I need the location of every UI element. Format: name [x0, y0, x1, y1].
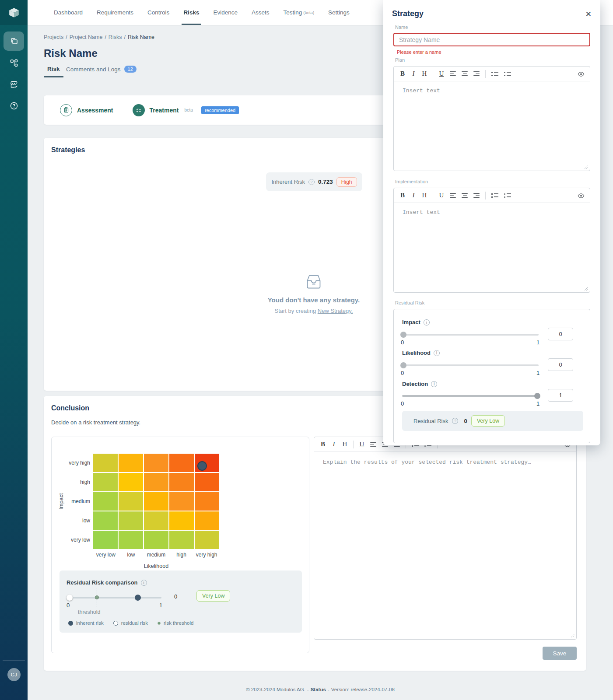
nav-dashboard[interactable]: Dashboard	[47, 0, 90, 25]
empty-subtitle-text: Start by creating	[275, 308, 318, 314]
footer-separator: -	[307, 687, 309, 692]
plan-field-label: Plan	[395, 57, 405, 63]
tab-risk[interactable]: Risk	[47, 66, 60, 77]
toolbar-separator	[485, 192, 486, 200]
threshold-dot	[95, 595, 99, 599]
implementation-editor[interactable]: BIHU Insert text	[393, 188, 590, 293]
align-right-icon[interactable]	[473, 191, 480, 200]
underline-icon[interactable]: U	[359, 440, 364, 449]
align-left-icon[interactable]	[450, 70, 456, 78]
heading-icon[interactable]: H	[422, 70, 427, 78]
step-treatment[interactable]: Treatment beta recommended	[133, 104, 239, 116]
info-icon[interactable]: i	[434, 350, 440, 356]
resize-handle-icon[interactable]	[584, 287, 588, 291]
toolbar-separator	[485, 70, 486, 78]
nav-risks[interactable]: Risks	[176, 0, 206, 25]
detection-slider[interactable]	[402, 395, 539, 397]
impact-slider-handle[interactable]	[400, 332, 406, 338]
align-left-icon[interactable]	[370, 440, 376, 449]
heading-icon[interactable]: H	[342, 440, 347, 449]
matrix-cell-very-low-very-high	[195, 531, 219, 549]
eye-icon[interactable]	[578, 192, 585, 200]
info-icon[interactable]: i	[431, 381, 437, 387]
italic-icon[interactable]: I	[411, 70, 416, 78]
projects-icon	[10, 37, 18, 46]
matrix-cell-low-high	[169, 511, 194, 530]
residual-risk-summary: Residual Risk ? 0 Very Low	[402, 411, 583, 431]
underline-icon[interactable]: U	[439, 191, 444, 200]
very-low-badge: Very Low	[471, 415, 505, 427]
matrix-cell-medium-very-low	[93, 492, 118, 511]
impact-value-input[interactable]: 0	[548, 328, 573, 340]
align-right-icon[interactable]	[473, 70, 480, 78]
impact-slider[interactable]	[402, 334, 539, 336]
breadcrumb-projects[interactable]: Projects	[44, 34, 63, 40]
name-field-label: Name	[395, 24, 408, 30]
likelihood-slider-handle[interactable]	[400, 362, 406, 368]
sidebar-item-hierarchy[interactable]	[4, 53, 24, 73]
info-icon[interactable]: i	[424, 319, 430, 326]
align-center-icon[interactable]	[462, 70, 468, 78]
conclusion-subtitle: Decide on a risk treatment strategy.	[51, 419, 140, 426]
likelihood-slider[interactable]	[402, 364, 539, 366]
nav-requirements[interactable]: Requirements	[90, 0, 140, 25]
sidebar-item-marketplace[interactable]	[4, 75, 24, 94]
bold-icon[interactable]: B	[320, 440, 326, 449]
nav-controls[interactable]: Controls	[140, 0, 176, 25]
tab-comments-and-logs[interactable]: Comments and Logs 12	[66, 66, 137, 78]
footer-separator: -	[328, 687, 329, 692]
likelihood-value-input[interactable]: 0	[548, 358, 573, 371]
comparison-slider[interactable]	[68, 597, 161, 598]
save-button[interactable]: Save	[543, 647, 577, 660]
matrix-column-labels: very lowlowmediumhighvery high	[93, 552, 219, 558]
step-assessment[interactable]: Assessment	[60, 104, 113, 116]
breadcrumb-project-name[interactable]: Project Name	[70, 34, 103, 40]
strategy-name-input[interactable]	[393, 33, 590, 46]
question-icon[interactable]: ?	[452, 418, 458, 424]
detection-slider-handle[interactable]	[534, 393, 540, 399]
conclusion-editor[interactable]: BIHU Explain the results of your selecte…	[314, 437, 577, 640]
resize-handle-icon[interactable]	[584, 165, 588, 169]
ordered-list-icon[interactable]	[491, 191, 498, 200]
nav-settings[interactable]: Settings	[321, 0, 357, 25]
matrix-cell-very-high-low	[119, 454, 143, 472]
unordered-list-icon[interactable]	[504, 191, 511, 200]
risk-threshold-marker-icon	[158, 622, 161, 625]
residual-risk-handle[interactable]	[67, 595, 73, 601]
breadcrumb-risks[interactable]: Risks	[109, 34, 122, 40]
close-icon[interactable]: ✕	[585, 10, 592, 19]
user-avatar[interactable]: CJ	[7, 668, 21, 681]
sidebar-item-projects[interactable]	[4, 32, 24, 51]
nav-evidence[interactable]: Evidence	[206, 0, 245, 25]
toolbar-separator	[433, 70, 433, 78]
resize-handle-icon[interactable]	[571, 634, 575, 638]
plan-editor[interactable]: BIHU Insert text	[393, 66, 590, 171]
likelihood-min: 0	[401, 370, 404, 376]
bold-icon[interactable]: B	[400, 191, 405, 200]
question-icon[interactable]: ?	[308, 179, 315, 185]
info-icon[interactable]: i	[141, 580, 147, 586]
align-center-icon[interactable]	[462, 191, 468, 200]
strategies-empty-state: Youd don't have any strategy. Start by c…	[248, 273, 379, 314]
app-logo[interactable]	[0, 0, 28, 25]
status-link[interactable]: Status	[311, 687, 326, 692]
eye-icon[interactable]	[578, 71, 585, 79]
bold-icon[interactable]: B	[400, 70, 405, 78]
breadcrumb-separator: /	[124, 34, 125, 40]
matrix-cell-low-very-high	[195, 511, 219, 530]
nav-testing[interactable]: Testing(beta)	[276, 0, 321, 25]
italic-icon[interactable]: I	[411, 191, 416, 200]
heading-icon[interactable]: H	[422, 191, 427, 200]
sidebar-item-help[interactable]	[4, 96, 24, 116]
underline-icon[interactable]: U	[439, 70, 444, 78]
ordered-list-icon[interactable]	[491, 70, 498, 78]
align-left-icon[interactable]	[450, 191, 456, 200]
matrix-cell-high-very-high	[195, 473, 219, 491]
detection-value-input[interactable]: 1	[548, 389, 573, 402]
new-strategy-link[interactable]: New Strategy.	[318, 308, 353, 314]
nav-assets[interactable]: Assets	[245, 0, 277, 25]
italic-icon[interactable]: I	[331, 440, 336, 449]
risk-matrix-panel: Impact very highhighmediumlowvery low ve…	[51, 437, 309, 653]
unordered-list-icon[interactable]	[504, 70, 511, 78]
matrix-cell-low-low	[119, 511, 143, 530]
